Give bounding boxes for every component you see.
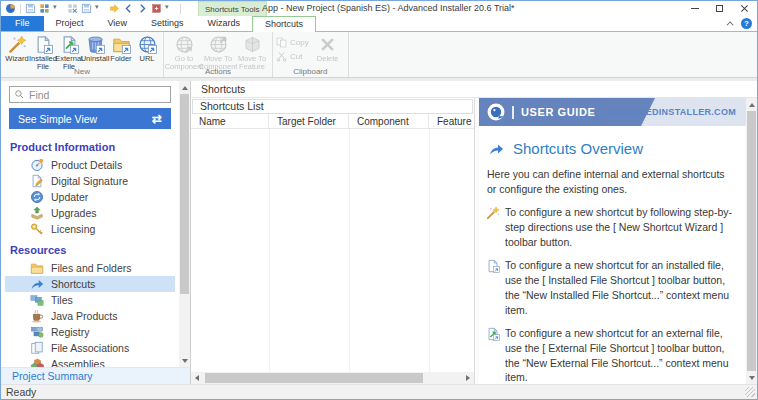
column-header-component[interactable]: Component — [349, 114, 429, 128]
dropdown-caret[interactable]: ▾ — [94, 2, 107, 15]
back-button[interactable] — [122, 2, 135, 15]
scroll-left-arrow[interactable] — [191, 372, 203, 384]
column-header-name[interactable]: Name — [191, 114, 269, 128]
copy-button[interactable]: Copy — [276, 36, 309, 48]
scrollbar-thumb[interactable] — [205, 373, 423, 383]
resize-grip-icon[interactable] — [745, 387, 755, 397]
minimize-button[interactable] — [682, 1, 707, 15]
run-icon — [109, 3, 120, 14]
scrollbar-thumb[interactable] — [180, 94, 189, 294]
tab-view[interactable]: View — [96, 16, 139, 31]
advancedinstaller-com-link[interactable]: ADVANCEDINSTALLER.COM — [606, 98, 736, 126]
column-divider — [349, 129, 350, 372]
wizard-label: Wizard — [5, 55, 28, 63]
collapse-ribbon-icon[interactable] — [727, 21, 734, 28]
sidebar-item-label: Product Details — [51, 159, 122, 171]
sidebar-item-files-and-folders[interactable]: Files and Folders — [5, 260, 175, 276]
external-file-button[interactable]: External File — [56, 34, 82, 72]
sidebar-content: See Simple View ⇄ Product InformationPro… — [1, 81, 190, 367]
scroll-down-arrow[interactable] — [179, 354, 190, 367]
scroll-right-arrow[interactable] — [462, 372, 474, 384]
move-feature-icon — [243, 35, 262, 54]
help-icon[interactable] — [741, 18, 752, 29]
delete-button[interactable]: Delete — [311, 34, 345, 63]
minimize-icon — [691, 8, 699, 9]
sidebar-item-java-products[interactable]: Java Products — [5, 308, 175, 324]
close-icon — [740, 4, 749, 13]
sidebar-item-product-details[interactable]: Product Details — [5, 157, 175, 173]
dropdown-caret[interactable]: ▾ — [52, 2, 65, 15]
sidebar-item-upgrades[interactable]: Upgrades — [5, 205, 175, 221]
guide-bullet-text: To configure a new shortcut for an exter… — [505, 327, 729, 383]
sidebar-item-digital-signature[interactable]: Digital Signature — [5, 173, 175, 189]
tab-file[interactable]: File — [1, 16, 44, 31]
section-title-product-information: Product Information — [1, 140, 179, 155]
guide-heading: Shortcuts Overview — [488, 140, 738, 157]
scroll-down-arrow[interactable] — [746, 371, 757, 384]
save-button[interactable] — [24, 2, 37, 15]
cut-button[interactable]: Cut — [276, 50, 309, 62]
sidebar-scrollbar[interactable] — [179, 81, 190, 367]
shortcuts-list-group-header[interactable]: Shortcuts List — [192, 99, 473, 114]
goto-component-icon — [175, 35, 194, 54]
sidebar-item-label: Digital Signature — [51, 175, 128, 187]
swap-view-icon: ⇄ — [152, 112, 162, 126]
scroll-up-arrow[interactable] — [746, 98, 757, 111]
url-button[interactable]: URL — [134, 34, 160, 63]
forward-button[interactable] — [136, 2, 149, 15]
back-icon — [123, 3, 134, 14]
copy-icon — [276, 37, 287, 48]
sidebar-item-registry[interactable]: Registry — [5, 324, 175, 340]
search-input[interactable] — [29, 89, 166, 101]
column-header-feature[interactable]: Feature — [429, 114, 474, 128]
dropdown-caret[interactable]: ▾ — [164, 2, 177, 15]
sidebar-item-licensing[interactable]: Licensing — [5, 221, 175, 237]
scroll-up-arrow[interactable] — [179, 81, 190, 94]
installed-file-button[interactable]: Installed File — [30, 34, 56, 72]
wizard-button[interactable]: Wizard — [4, 34, 30, 63]
build-button[interactable] — [38, 2, 51, 15]
scrollbar-thumb[interactable] — [747, 111, 756, 371]
shortcut-icon — [30, 277, 44, 291]
licensing-icon — [30, 222, 44, 236]
sidebar-item-label: Assemblies — [51, 358, 105, 367]
registry-icon — [30, 325, 44, 339]
run-button[interactable] — [108, 2, 121, 15]
table-body[interactable] — [191, 129, 474, 372]
context-tab-group[interactable]: Shortcuts Tools — [198, 1, 267, 16]
status-text: Ready — [6, 386, 36, 398]
maximize-button[interactable] — [707, 1, 732, 15]
guide-bullet: To configure a new shortcut for an exter… — [485, 326, 738, 384]
separator — [20, 4, 21, 14]
move-to-feature-button[interactable]: Move To Feature — [235, 34, 269, 72]
project-summary-link[interactable]: Project Summary — [1, 367, 190, 384]
ribbon-tab-row: FileProjectViewSettingsWizardsShortcuts — [1, 16, 757, 31]
move-to-component-button[interactable]: Move To Component — [201, 34, 235, 72]
delete-icon — [318, 35, 337, 54]
folder-button[interactable]: Folder — [108, 34, 134, 63]
horizontal-scrollbar[interactable] — [191, 372, 474, 384]
sidebar-item-shortcuts[interactable]: Shortcuts — [5, 276, 175, 292]
sidebar-item-assemblies[interactable]: Assemblies — [5, 356, 175, 367]
updates-button[interactable] — [150, 2, 163, 15]
go-to-component-button[interactable]: Go to Component — [167, 34, 201, 72]
tab-wizards[interactable]: Wizards — [195, 16, 252, 31]
app-logo-button[interactable] — [4, 2, 17, 15]
table-header-row: NameTarget FolderComponentFeature — [191, 114, 474, 129]
window-title: App - New Project (Spanish ES) - Advance… — [262, 1, 515, 16]
save-all-button[interactable] — [80, 2, 93, 15]
guide-scrollbar[interactable] — [746, 98, 757, 384]
sidebar-item-updater[interactable]: Updater — [5, 189, 175, 205]
tab-shortcuts[interactable]: Shortcuts — [252, 16, 316, 32]
sidebar-item-tiles[interactable]: Tiles — [5, 292, 175, 308]
build-cancel-button[interactable] — [66, 2, 79, 15]
column-header-target-folder[interactable]: Target Folder — [269, 114, 349, 128]
see-simple-view-button[interactable]: See Simple View ⇄ — [9, 108, 171, 129]
upgrades-icon — [30, 206, 44, 220]
sidebar-item-file-associations[interactable]: File Associations — [5, 340, 175, 356]
tab-settings[interactable]: Settings — [139, 16, 196, 31]
close-button[interactable] — [732, 1, 757, 15]
uninstall-button[interactable]: Uninstall — [82, 34, 108, 63]
tab-project[interactable]: Project — [44, 16, 96, 31]
content-body: Shortcuts List NameTarget FolderComponen… — [191, 98, 757, 384]
